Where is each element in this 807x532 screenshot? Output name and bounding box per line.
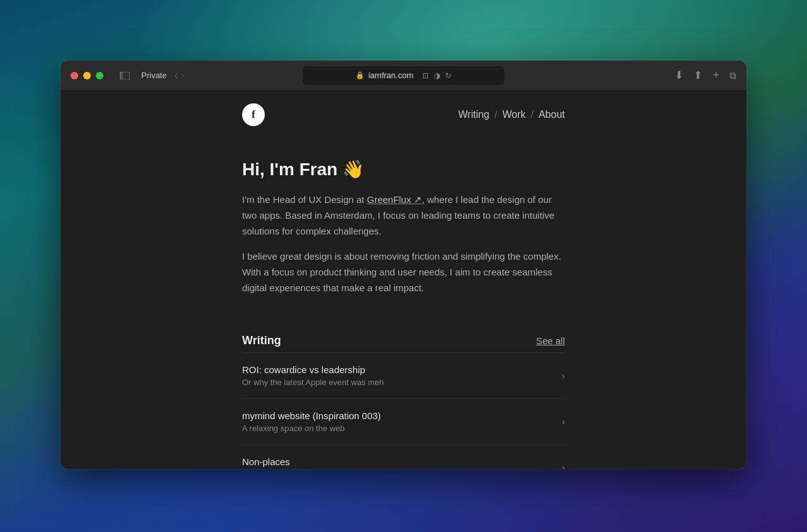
site-logo[interactable]: f bbox=[242, 103, 265, 126]
hero-heading: Hi, I'm Fran 👋 bbox=[242, 159, 565, 180]
url-text: iamfran.com bbox=[368, 71, 414, 80]
article-info: ROI: cowardice vs leadership Or why the … bbox=[242, 364, 552, 387]
sidebar-toggle-icon[interactable] bbox=[116, 67, 134, 84]
reader-icon[interactable]: ⊡ bbox=[422, 71, 429, 80]
private-label[interactable]: Private bbox=[141, 71, 166, 80]
address-bar-icons: ⊡ ◑ ↻ bbox=[422, 71, 451, 80]
close-button[interactable] bbox=[71, 72, 78, 79]
article-title: mymind website (Inspiration 003) bbox=[242, 410, 552, 421]
new-tab-icon[interactable]: + bbox=[712, 69, 719, 82]
svg-rect-1 bbox=[120, 72, 123, 79]
address-bar[interactable]: 🔒 iamfran.com ⊡ ◑ ↻ bbox=[303, 66, 504, 85]
nav-about[interactable]: About bbox=[538, 109, 565, 120]
refresh-icon[interactable]: ↻ bbox=[445, 71, 451, 80]
hero-paragraph-2: I believe great design is about removing… bbox=[242, 249, 565, 296]
nav-writing[interactable]: Writing bbox=[458, 109, 490, 120]
minimize-button[interactable] bbox=[83, 72, 91, 79]
greenflux-link[interactable]: GreenFlux ↗ bbox=[367, 194, 422, 205]
address-bar-container: 🔒 iamfran.com ⊡ ◑ ↻ bbox=[303, 66, 504, 85]
hero-paragraph-1: I'm the Head of UX Design at GreenFlux ↗… bbox=[242, 192, 565, 239]
forward-arrow-icon[interactable]: › bbox=[180, 69, 184, 82]
site-nav: Writing / Work / About bbox=[458, 109, 565, 120]
article-subtitle: Or why the latest Apple event was meh bbox=[242, 378, 552, 387]
article-info: Non-places It's 2am so cut me some slack bbox=[242, 456, 552, 470]
browser-actions: ⬇ ⬆ + ⧉ bbox=[675, 69, 736, 82]
article-item[interactable]: mymind website (Inspiration 003) A relax… bbox=[242, 398, 565, 444]
article-title: ROI: cowardice vs leadership bbox=[242, 364, 552, 375]
see-all-link[interactable]: See all bbox=[536, 335, 565, 346]
nav-work[interactable]: Work bbox=[502, 109, 526, 120]
maximize-button[interactable] bbox=[96, 72, 103, 79]
back-arrow-icon[interactable]: ‹ bbox=[174, 69, 178, 82]
browser-chrome: Private ‹ › 🔒 iamfran.com ⊡ ◑ ↻ ⬇ ⬆ + ⧉ bbox=[61, 61, 746, 91]
tabs-icon[interactable]: ⧉ bbox=[729, 70, 736, 81]
nav-separator-2: / bbox=[531, 109, 533, 120]
article-item[interactable]: Non-places It's 2am so cut me some slack… bbox=[242, 444, 565, 470]
article-chevron-icon: › bbox=[562, 417, 565, 427]
traffic-lights bbox=[71, 72, 103, 79]
section-title: Writing bbox=[242, 334, 281, 347]
section-header: Writing See all bbox=[242, 321, 565, 347]
article-chevron-icon: › bbox=[562, 371, 565, 381]
browser-nav-arrows: ‹ › bbox=[174, 69, 184, 82]
article-title: Non-places bbox=[242, 456, 552, 467]
lock-icon: 🔒 bbox=[356, 71, 364, 79]
hero-section: Hi, I'm Fran 👋 I'm the Head of UX Design… bbox=[242, 139, 565, 321]
site-header: f Writing / Work / About bbox=[242, 91, 565, 139]
share-icon[interactable]: ⬆ bbox=[694, 69, 702, 82]
article-chevron-icon: › bbox=[562, 463, 565, 470]
writing-section: Writing See all ROI: cowardice vs leader… bbox=[242, 321, 565, 470]
browser-window: Private ‹ › 🔒 iamfran.com ⊡ ◑ ↻ ⬇ ⬆ + ⧉ bbox=[61, 61, 746, 469]
article-item[interactable]: ROI: cowardice vs leadership Or why the … bbox=[242, 352, 565, 398]
extension-icon[interactable]: ◑ bbox=[434, 71, 440, 80]
article-subtitle: A relaxing space on the web bbox=[242, 424, 552, 433]
download-icon[interactable]: ⬇ bbox=[675, 69, 683, 82]
article-info: mymind website (Inspiration 003) A relax… bbox=[242, 410, 552, 433]
website-content: f Writing / Work / About Hi, I'm Fran 👋 … bbox=[61, 91, 746, 469]
nav-separator-1: / bbox=[494, 109, 497, 120]
